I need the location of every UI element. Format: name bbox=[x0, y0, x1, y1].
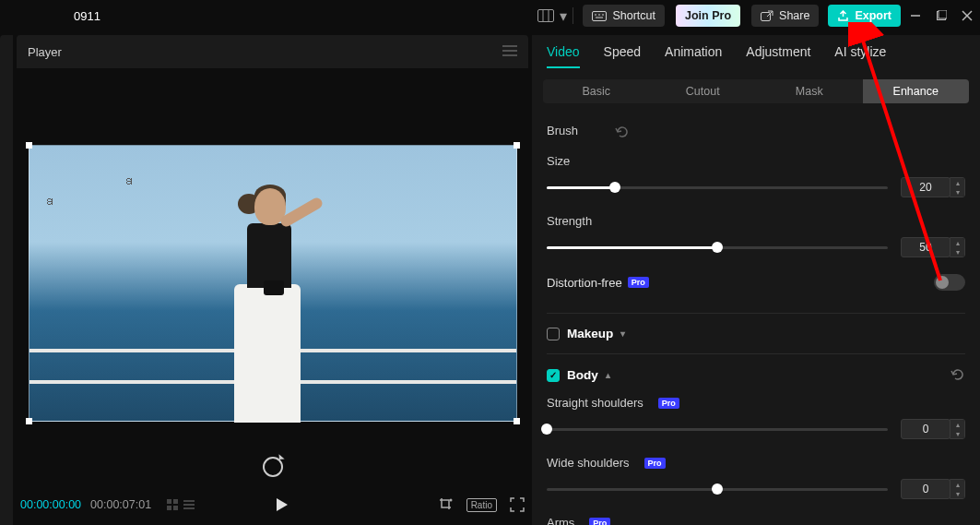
bird-icon: 𐐺 bbox=[125, 172, 133, 188]
player-panel: Player 𐐺 𐐺 bbox=[17, 35, 528, 525]
strength-stepper[interactable]: ▴▾ bbox=[950, 237, 965, 257]
svg-marker-25 bbox=[277, 498, 288, 511]
crop-icon[interactable] bbox=[439, 497, 454, 512]
body-label: Body bbox=[567, 368, 598, 382]
makeup-label: Makeup bbox=[567, 327, 613, 340]
strength-label: Strength bbox=[547, 214, 592, 228]
subtab-mask[interactable]: Mask bbox=[756, 79, 863, 103]
export-icon bbox=[837, 10, 849, 22]
chevron-down-icon[interactable]: ▾ bbox=[620, 328, 625, 339]
subtab-basic[interactable]: Basic bbox=[543, 79, 650, 103]
svg-rect-19 bbox=[173, 499, 178, 504]
duration-timecode: 00:00:07:01 bbox=[90, 498, 151, 511]
preview-canvas[interactable]: 𐐺 𐐺 bbox=[29, 145, 517, 422]
export-button[interactable]: Export bbox=[828, 5, 901, 27]
size-stepper[interactable]: ▴▾ bbox=[950, 177, 965, 197]
wide-shoulders-stepper[interactable]: ▴▾ bbox=[950, 479, 965, 499]
minimize-icon[interactable] bbox=[910, 10, 921, 21]
straight-shoulders-label: Straight shoulders bbox=[547, 396, 643, 410]
tab-video[interactable]: Video bbox=[547, 44, 580, 68]
refresh-icon[interactable] bbox=[263, 457, 283, 477]
pro-badge: Pro bbox=[658, 398, 679, 409]
export-label: Export bbox=[855, 9, 891, 22]
project-title: 0911 bbox=[74, 9, 100, 23]
straight-shoulders-stepper[interactable]: ▴▾ bbox=[950, 419, 965, 439]
close-icon[interactable] bbox=[962, 10, 973, 21]
pro-badge: Pro bbox=[589, 518, 610, 526]
current-timecode: 00:00:00:00 bbox=[20, 498, 81, 511]
chevron-up-icon[interactable]: ▴ bbox=[606, 370, 610, 380]
divider bbox=[573, 7, 573, 24]
strength-input[interactable] bbox=[901, 237, 950, 257]
panel-subtabs: Basic Cutout Mask Enhance bbox=[543, 79, 969, 103]
menu-icon[interactable] bbox=[502, 45, 517, 59]
bars-icon[interactable] bbox=[183, 498, 195, 511]
strength-slider[interactable] bbox=[547, 246, 888, 249]
keyboard-icon bbox=[592, 11, 607, 21]
fullscreen-icon[interactable] bbox=[510, 497, 525, 512]
share-icon bbox=[761, 10, 773, 21]
svg-rect-12 bbox=[939, 10, 947, 18]
joinpro-label: Join Pro bbox=[685, 9, 731, 22]
tab-adjustment[interactable]: Adjustment bbox=[746, 44, 810, 68]
player-controls: 00:00:00:00 00:00:07:01 Ratio bbox=[17, 484, 528, 525]
pro-badge: Pro bbox=[644, 458, 666, 469]
size-input[interactable] bbox=[901, 177, 950, 197]
size-slider[interactable] bbox=[547, 186, 888, 189]
svg-rect-21 bbox=[173, 506, 178, 510]
player-header: Player bbox=[17, 35, 528, 68]
subtab-cutout[interactable]: Cutout bbox=[650, 79, 757, 103]
shortcut-label: Shortcut bbox=[612, 9, 655, 22]
makeup-checkbox[interactable] bbox=[547, 328, 560, 340]
svg-rect-18 bbox=[167, 499, 171, 504]
grid-icon[interactable] bbox=[166, 498, 179, 511]
svg-rect-24 bbox=[183, 507, 195, 509]
svg-rect-23 bbox=[183, 504, 195, 506]
share-label: Share bbox=[779, 9, 809, 22]
layout-icon[interactable] bbox=[537, 9, 554, 22]
shortcut-button[interactable]: Shortcut bbox=[583, 5, 665, 27]
svg-rect-20 bbox=[167, 506, 171, 510]
left-strip bbox=[0, 35, 13, 525]
brush-reset-icon[interactable] bbox=[615, 125, 630, 137]
svg-rect-0 bbox=[538, 10, 554, 22]
subject-figure bbox=[214, 181, 334, 423]
tab-speed[interactable]: Speed bbox=[604, 44, 641, 68]
chevron-down-icon[interactable]: ▾ bbox=[560, 7, 567, 25]
svg-rect-8 bbox=[762, 13, 771, 21]
maximize-icon[interactable] bbox=[936, 10, 947, 21]
titlebar: 0911 ▾ Shortcut Join Pro Share Export bbox=[0, 0, 980, 31]
properties-panel: Video Speed Animation Adjustment AI styl… bbox=[532, 35, 980, 525]
body-checkbox[interactable] bbox=[547, 369, 560, 382]
panel-tabs: Video Speed Animation Adjustment AI styl… bbox=[532, 35, 980, 74]
pro-badge: Pro bbox=[628, 277, 649, 288]
reset-icon[interactable] bbox=[950, 367, 965, 383]
join-pro-button[interactable]: Join Pro bbox=[676, 5, 740, 27]
distortion-free-label: Distortion-free bbox=[547, 276, 622, 290]
share-button[interactable]: Share bbox=[751, 5, 819, 27]
svg-point-26 bbox=[449, 499, 452, 502]
subtab-enhance[interactable]: Enhance bbox=[863, 79, 970, 103]
tab-ai-stylize[interactable]: AI stylize bbox=[834, 44, 886, 68]
straight-shoulders-slider[interactable] bbox=[547, 428, 888, 431]
wide-shoulders-input[interactable] bbox=[901, 479, 950, 499]
distortion-free-toggle[interactable] bbox=[934, 274, 965, 291]
preview-area: 𐐺 𐐺 bbox=[17, 68, 528, 484]
svg-rect-3 bbox=[593, 11, 607, 20]
tab-animation[interactable]: Animation bbox=[665, 44, 722, 68]
straight-shoulders-input[interactable] bbox=[901, 419, 950, 439]
bird-icon: 𐐺 bbox=[46, 192, 53, 209]
brush-label: Brush bbox=[547, 124, 578, 137]
arms-label: Arms bbox=[547, 516, 574, 525]
wide-shoulders-label: Wide shoulders bbox=[547, 456, 630, 470]
svg-rect-22 bbox=[183, 500, 195, 502]
size-label: Size bbox=[547, 154, 570, 168]
panel-body: Brush Size ▴▾ Strength bbox=[532, 109, 980, 525]
ratio-button[interactable]: Ratio bbox=[466, 498, 497, 512]
wide-shoulders-slider[interactable] bbox=[547, 488, 888, 491]
player-title: Player bbox=[28, 45, 62, 59]
play-button[interactable] bbox=[276, 497, 289, 512]
